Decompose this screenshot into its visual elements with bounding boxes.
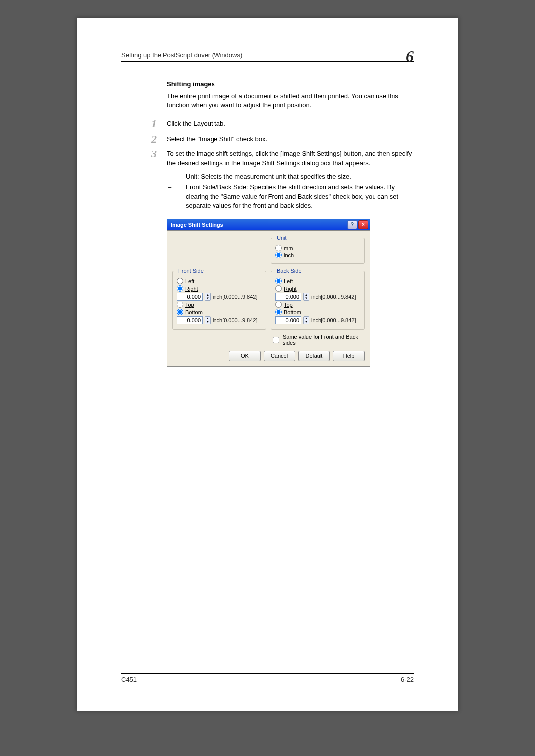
front-legend: Front Side	[177, 268, 205, 274]
front-top-label: Top	[185, 302, 194, 308]
help-icon[interactable]: ?	[347, 220, 357, 229]
help-button[interactable]: Help	[333, 351, 365, 361]
back-legend: Back Side	[275, 268, 303, 274]
cancel-button[interactable]: Cancel	[264, 351, 295, 361]
back-right-label: Right	[284, 286, 297, 292]
footer-page: 6-22	[401, 676, 414, 683]
spinner-icon[interactable]: ▲▼	[303, 316, 309, 324]
step-3: To set the image shift settings, click t…	[167, 150, 414, 168]
radio-front-left[interactable]: Left	[177, 278, 262, 284]
unit-group: Unit mm inch	[271, 235, 365, 264]
section-heading: Shifting images	[167, 80, 414, 88]
header-rule	[121, 61, 414, 62]
footer-model: C451	[121, 676, 137, 683]
back-left-label: Left	[284, 278, 293, 284]
front-v-value-row: ▲▼ inch[0.000...9.842]	[177, 316, 262, 324]
front-v-range: inch[0.000...9.842]	[213, 317, 258, 323]
front-h-range: inch[0.000...9.842]	[213, 294, 258, 300]
radio-back-bottom[interactable]: Bottom	[275, 309, 360, 315]
unit-legend: Unit	[275, 235, 288, 241]
dialog-button-row: OK Cancel Default Help	[172, 351, 365, 361]
back-side-group: Back Side Left Right ▲▼ inch[0.000...9.8…	[271, 268, 365, 330]
same-value-label: Same value for Front and Back sides	[283, 334, 365, 346]
spinner-icon[interactable]: ▲▼	[205, 316, 211, 324]
body: Shifting images The entire print image o…	[121, 80, 414, 367]
radio-inch[interactable]: inch	[275, 252, 360, 258]
radio-mm-label: mm	[284, 245, 293, 251]
front-left-label: Left	[185, 278, 194, 284]
image-shift-dialog: Image Shift Settings ? × Unit mm inch	[167, 219, 370, 367]
step-3-sublist: Unit: Selects the measurement unit that …	[177, 172, 414, 210]
back-h-value-row: ▲▼ inch[0.000...9.842]	[275, 293, 360, 301]
default-button[interactable]: Default	[298, 351, 330, 361]
back-h-range: inch[0.000...9.842]	[311, 294, 356, 300]
close-icon[interactable]: ×	[358, 220, 368, 229]
front-side-group: Front Side Left Right ▲▼ inch[0.000...9.…	[172, 268, 266, 330]
step-2: Select the "Image Shift" check box.	[167, 135, 414, 144]
radio-back-right[interactable]: Right	[275, 285, 360, 292]
front-right-label: Right	[185, 286, 198, 292]
back-top-label: Top	[284, 302, 293, 308]
intro-paragraph: The entire print image of a document is …	[167, 92, 414, 110]
front-v-input[interactable]	[177, 316, 203, 324]
back-v-range: inch[0.000...9.842]	[311, 317, 356, 323]
bullet-unit: Unit: Selects the measurement unit that …	[177, 172, 414, 182]
back-h-input[interactable]	[275, 293, 301, 301]
front-h-input[interactable]	[177, 293, 203, 301]
spinner-icon[interactable]: ▲▼	[205, 293, 211, 301]
radio-front-top[interactable]: Top	[177, 302, 262, 308]
radio-back-left[interactable]: Left	[275, 278, 360, 284]
radio-back-top[interactable]: Top	[275, 302, 360, 308]
spinner-icon[interactable]: ▲▼	[303, 293, 309, 301]
front-h-value-row: ▲▼ inch[0.000...9.842]	[177, 293, 262, 301]
step-1: Click the Layout tab.	[167, 119, 414, 129]
back-v-input[interactable]	[275, 316, 301, 324]
dialog-titlebar[interactable]: Image Shift Settings ? ×	[167, 219, 370, 230]
front-bottom-label: Bottom	[185, 309, 203, 315]
bullet-sides: Front Side/Back Side: Specifies the shif…	[177, 183, 414, 211]
footer: C451 6-22	[121, 673, 414, 683]
step-list: Click the Layout tab. Select the "Image …	[121, 119, 414, 211]
page: Setting up the PostScript driver (Window…	[77, 18, 458, 711]
radio-inch-label: inch	[284, 252, 294, 258]
back-v-value-row: ▲▼ inch[0.000...9.842]	[275, 316, 360, 324]
header-section: Setting up the PostScript driver (Window…	[121, 51, 242, 59]
same-value-checkbox[interactable]: Same value for Front and Back sides	[271, 334, 365, 346]
chapter-number: 6	[406, 48, 414, 66]
radio-mm[interactable]: mm	[275, 245, 360, 251]
radio-front-bottom[interactable]: Bottom	[177, 309, 262, 315]
dialog-title: Image Shift Settings	[169, 219, 346, 230]
radio-front-right[interactable]: Right	[177, 285, 262, 292]
ok-button[interactable]: OK	[229, 351, 261, 361]
dialog-body: Unit mm inch Front Side Left Right	[167, 230, 370, 367]
back-bottom-label: Bottom	[284, 309, 301, 315]
